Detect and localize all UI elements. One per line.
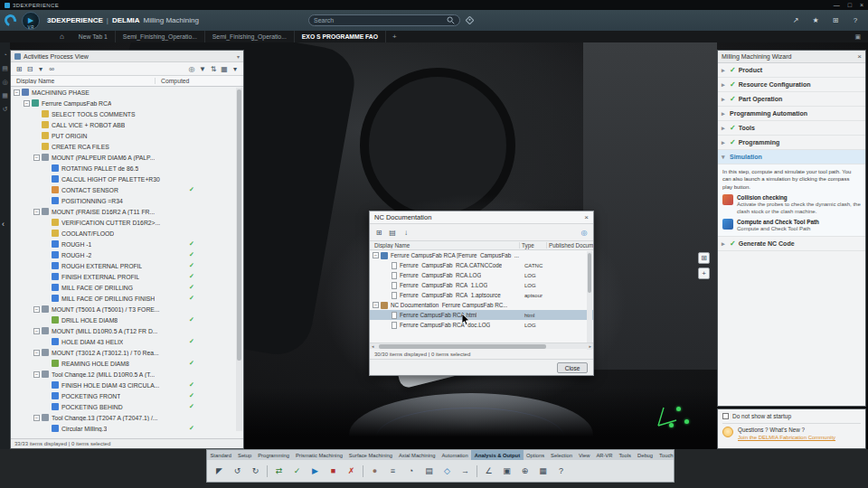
tree-expander-icon[interactable]: − (33, 415, 40, 421)
hscrollbar-thumb[interactable] (379, 344, 546, 349)
time-analysis-icon[interactable]: ◔ (404, 465, 418, 478)
actionbar-tab-standard[interactable]: Standard (207, 450, 235, 460)
select-icon[interactable]: ◤ (212, 465, 226, 478)
minimize-button[interactable]: — (834, 0, 840, 10)
nc-code-output-icon[interactable]: ◇ (440, 465, 454, 478)
help-icon[interactable]: ? (850, 16, 861, 24)
tree-expander-icon[interactable]: − (373, 302, 379, 308)
scroll-right-icon[interactable]: ▸ (589, 343, 591, 349)
collapse-panel-handle[interactable]: ‹ (2, 220, 5, 229)
actionbar-tab-tools[interactable]: Tools (616, 450, 635, 460)
apps-panel-icon[interactable]: ▦ (2, 92, 8, 99)
dialog-titlebar[interactable]: NC Documentation × (370, 211, 593, 224)
simulate-play-icon[interactable]: ▶ (308, 465, 322, 478)
apps-grid-icon[interactable]: ⊞ (830, 16, 841, 24)
new-tab-button[interactable]: + (386, 33, 403, 41)
tree-row[interactable]: DRILL HOLE DIAM8✓ (11, 314, 243, 325)
actionbar-tab-analysis-output[interactable]: Analysis & Output (471, 450, 523, 460)
nc-documentation-icon[interactable]: ▤ (422, 465, 436, 478)
sort-icon[interactable]: ⇅ (208, 63, 219, 74)
tree-row[interactable]: FINISH HOLE DIAM 43 CIRCULA...✓ (11, 380, 243, 390)
tree-scrollbar[interactable] (236, 88, 242, 431)
tree-row[interactable]: Circular Milling.3✓ (11, 423, 243, 434)
actionbar-tab-options[interactable]: Options (524, 450, 548, 460)
document-tab-exo-s-programme-fao[interactable]: EXO S PROGRAMME FAO (295, 31, 386, 42)
wizard-step-product[interactable]: ▸✓Product (718, 63, 865, 78)
tree-expander-icon[interactable]: − (33, 328, 40, 334)
community-link[interactable]: Join the DELMIA Fabrication Community (738, 435, 835, 440)
wizard-step-tools[interactable]: ▸✓Tools (718, 121, 865, 136)
tree-expander-icon[interactable]: − (33, 371, 40, 378)
wizard-step-simulation[interactable]: ▾Simulation (718, 150, 865, 164)
filter-icon[interactable]: ▼ (197, 63, 208, 74)
panel-menu-icon[interactable]: ▾ (237, 53, 240, 60)
collapse-all-icon[interactable]: ⊟ (24, 63, 35, 74)
column-display-name[interactable]: Display Name (11, 78, 156, 84)
document-row[interactable]: Ferrure_CampusFab_RCA_1.aptsourceaptsour (370, 290, 593, 300)
tree-row[interactable]: −MOUNT (T5001 A (T5001) / T3 FORE... (11, 304, 243, 314)
zoom-area-icon[interactable]: ⊕ (518, 465, 532, 478)
tree-row[interactable]: POSITIONNING =R34 (11, 195, 243, 206)
download-icon[interactable]: ↓ (401, 227, 411, 238)
maximize-button[interactable]: □ (848, 0, 852, 10)
tree-row[interactable]: MILL FACE OF DRILLING✓ (11, 282, 243, 293)
model-tree-icon[interactable]: ▤ (2, 65, 8, 72)
gantt-chart-icon[interactable]: ≡ (386, 465, 400, 478)
document-row[interactable]: Ferrure_CampusFab_RCA.CATNCCodeCATNC (370, 260, 593, 270)
actionbar-tab-ar-vr[interactable]: AR-VR (593, 450, 616, 460)
scroll-left-icon[interactable]: ◂ (372, 343, 374, 349)
collision-check-icon[interactable]: ✗ (344, 465, 358, 478)
columns-icon[interactable]: ▦ (219, 63, 230, 74)
scrollbar-thumb[interactable] (588, 253, 591, 293)
close-button[interactable]: × (860, 0, 863, 10)
help-icon[interactable]: ? (554, 465, 568, 478)
panel-layout-icon[interactable]: ▣ (854, 33, 861, 41)
tree-expander-icon[interactable]: − (33, 155, 40, 161)
compass-icon[interactable]: ◔ (3, 52, 6, 59)
tree-row[interactable]: REAMING HOLE DIAM8✓ (11, 358, 243, 369)
redo-icon[interactable]: ↻ (249, 465, 262, 478)
dialog-hscrollbar[interactable]: ◂▸ (370, 343, 593, 349)
material-removal-icon[interactable]: ● (368, 465, 382, 478)
dialog-scrollbar[interactable] (587, 251, 592, 350)
document-tab-semi-finishing-operatio[interactable]: Semi_Finishing_Operatio... (116, 31, 205, 42)
tree-row[interactable]: −MACHINING PHASE (11, 87, 243, 98)
actionbar-tab-automation[interactable]: Automation (439, 450, 471, 460)
actionbar-tab-prismatic-machining[interactable]: Prismatic Machining (292, 450, 345, 460)
tree-expander-icon[interactable]: − (373, 252, 379, 258)
measure-icon[interactable]: ∠ (482, 465, 495, 478)
dialog-search-icon[interactable]: ◎ (579, 227, 590, 238)
wizard-close-icon[interactable]: × (857, 52, 862, 61)
tree-row[interactable]: COOLANT/FLOOD (11, 228, 243, 239)
tree-row[interactable]: PUT ORIGIN (11, 130, 243, 141)
compass-play-button[interactable]: ▶ V.R (22, 12, 40, 30)
tree-row[interactable]: SELECT TOOLS COMMENTS (11, 108, 243, 119)
dialog-column-type[interactable]: Type (519, 242, 546, 249)
tree-expander-icon[interactable]: − (14, 89, 20, 96)
tree-row[interactable]: −MOUNT (T3012 A (T3012.1) / T0 Rea... (11, 347, 243, 358)
search-icon[interactable] (447, 16, 455, 24)
wizard-step-programming-automation[interactable]: ▸Programming Automation (718, 107, 865, 121)
history-icon[interactable]: ↺ (3, 106, 8, 113)
tree-row[interactable]: HOLE DIAM 43 HELIX✓ (11, 336, 243, 347)
tree-row[interactable]: MILL FACE OF DRILLING FINISH✓ (11, 293, 243, 304)
tree-expander-icon[interactable]: − (33, 350, 40, 356)
tree-row[interactable]: FINISH EXTERNAL PROFIL✓ (11, 271, 243, 282)
view-settings-icon[interactable]: ▦ (536, 465, 550, 478)
actionbar-tab-touch[interactable]: Touch (656, 450, 674, 460)
tree-row[interactable]: −Tool Change.12 (MILL D10R0.5 A (T... (11, 369, 243, 380)
tree-row[interactable]: −MOUNT (PALPEUR DIAM6 A (PALP... (11, 152, 243, 163)
wizard-action-item[interactable]: Compute and Check Tool PathCompute and C… (722, 219, 861, 232)
update-icon[interactable]: ⇄ (272, 465, 286, 478)
tree-row[interactable]: ROUGH -2✓ (11, 249, 243, 260)
actionbar-tab-debug[interactable]: Debug (634, 450, 656, 460)
wizard-step-generate-nc-code[interactable]: ▸✓Generate NC Code (718, 237, 865, 251)
link-view-icon[interactable]: ∞ (46, 63, 57, 74)
actionbar-tab-surface-machining[interactable]: Surface Machining (345, 450, 395, 460)
favorites-icon[interactable]: ★ (810, 16, 821, 24)
tree-row[interactable]: POCKETING BEHIND✓ (11, 401, 243, 412)
reframe-icon[interactable]: + (698, 267, 710, 279)
actionbar-tab-programming[interactable]: Programming (255, 450, 293, 460)
document-row[interactable]: Ferrure CampusFab RCA_doc.LOGLOG (370, 320, 593, 330)
share-icon[interactable]: ↗ (790, 16, 801, 24)
